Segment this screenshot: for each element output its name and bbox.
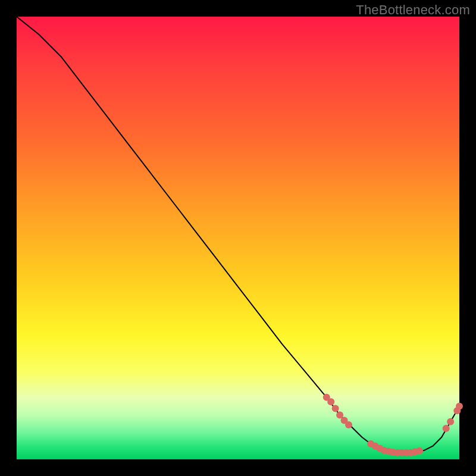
chart-frame: TheBottleneck.com (0, 0, 476, 476)
chart-svg (17, 17, 459, 459)
data-marker (332, 405, 339, 412)
plot-area (17, 17, 459, 459)
data-marker (447, 418, 454, 425)
data-marker (456, 403, 463, 410)
marker-layer (323, 394, 463, 456)
bottleneck-curve (17, 17, 459, 453)
data-marker (327, 398, 334, 405)
watermark-text: TheBottleneck.com (356, 2, 470, 18)
data-marker (345, 421, 352, 428)
data-marker (416, 447, 423, 455)
data-marker (443, 425, 450, 432)
